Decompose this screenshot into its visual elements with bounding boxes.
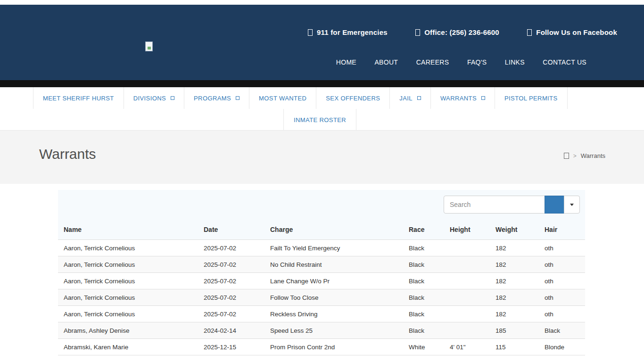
table-cell: Aaron, Terrick Cornelious	[58, 256, 198, 273]
table-cell: 2025-07-02	[198, 273, 264, 289]
table-cell: Blonde	[539, 339, 585, 355]
topbar-item-facebook[interactable]: Follow Us on Facebook	[527, 28, 617, 36]
topbar-emergency-label: 911 for Emergencies	[317, 28, 388, 36]
table-cell: 2025-07-02	[198, 306, 264, 322]
table-cell: Abramski, Karen Marie	[58, 339, 198, 355]
breadcrumb-home-icon[interactable]	[564, 153, 569, 159]
snav-item-programs[interactable]: PROGRAMS	[184, 87, 249, 109]
table-cell: Black	[403, 256, 444, 273]
table-cell: 182	[490, 256, 539, 273]
breadcrumb: > Warrants	[564, 152, 605, 159]
warrants-table: Name Date Charge Race Height Weight Hair…	[58, 220, 585, 355]
table-cell: oth	[539, 289, 585, 306]
table-cell: Aaron, Terrick Cornelious	[58, 289, 198, 306]
col-header-name: Name	[58, 220, 198, 240]
table-cell: Black	[403, 273, 444, 289]
table-row: Abrams, Ashley Denise2024-02-14Speed Les…	[58, 322, 585, 339]
site-logo-broken-image-icon	[145, 41, 153, 51]
snav-item-meet-sheriff-hurst[interactable]: MEET SHERIFF HURST	[33, 87, 124, 109]
snav-label: MEET SHERIFF HURST	[43, 95, 114, 102]
table-cell: Speed Less 25	[264, 322, 403, 339]
dropdown-indicator-icon	[481, 96, 485, 100]
table-cell: 2025-12-15	[198, 339, 264, 355]
table-cell: 182	[490, 306, 539, 322]
facebook-icon	[527, 29, 532, 36]
nav-home[interactable]: HOME	[336, 58, 356, 66]
nav-careers[interactable]: CAREERS	[416, 58, 449, 66]
warrants-table-body: Aaron, Terrick Cornelious2025-07-02Failt…	[58, 240, 585, 355]
search-group	[444, 196, 580, 214]
table-cell	[444, 322, 490, 339]
header-right: 911 for Emergencies Office: (256) 236-66…	[282, 5, 644, 66]
table-cell: Aaron, Terrick Cornelious	[58, 306, 198, 322]
table-cell	[444, 273, 490, 289]
page-heading-section: Warrants > Warrants	[0, 131, 644, 184]
secondary-nav-row2: INMATE ROSTER	[0, 109, 644, 131]
top-white-strip	[0, 0, 644, 5]
snav-item-most-wanted[interactable]: MOST WANTED	[249, 87, 316, 109]
snav-label: SEX OFFENDERS	[326, 95, 380, 102]
table-cell: Aaron, Terrick Cornelious	[58, 240, 198, 256]
nav-about[interactable]: ABOUT	[374, 58, 398, 66]
table-cell: 2025-07-02	[198, 289, 264, 306]
table-row: Abramski, Karen Marie2025-12-15Prom Pris…	[58, 339, 585, 355]
nav-contact-us[interactable]: CONTACT US	[543, 58, 586, 66]
table-cell	[444, 256, 490, 273]
table-cell: Black	[403, 322, 444, 339]
table-cell	[444, 306, 490, 322]
table-cell: 185	[490, 322, 539, 339]
snav-item-inmate-roster[interactable]: INMATE ROSTER	[283, 109, 356, 131]
table-cell: 2025-07-02	[198, 240, 264, 256]
header-topbar: 911 for Emergencies Office: (256) 236-66…	[282, 28, 644, 38]
snav-item-sex-offenders[interactable]: SEX OFFENDERS	[316, 87, 389, 109]
search-input[interactable]	[444, 196, 545, 214]
logo-placeholder-mark	[148, 47, 151, 49]
table-cell: Failt To Yield Emergency	[264, 240, 403, 256]
table-cell: 2025-07-02	[198, 256, 264, 273]
snav-item-jail[interactable]: JAIL	[389, 87, 430, 109]
snav-label: PROGRAMS	[194, 95, 231, 102]
warrants-panel: Name Date Charge Race Height Weight Hair…	[58, 190, 585, 355]
secondary-nav: MEET SHERIFF HURST DIVISIONS PROGRAMS MO…	[0, 87, 644, 131]
col-header-race: Race	[403, 220, 444, 240]
site-header: 911 for Emergencies Office: (256) 236-66…	[0, 5, 644, 80]
dropdown-indicator-icon	[417, 96, 421, 100]
search-options-dropdown-button[interactable]	[564, 196, 580, 214]
col-header-weight: Weight	[490, 220, 539, 240]
search-button[interactable]	[545, 196, 564, 214]
snav-item-warrants[interactable]: WARRANTS	[430, 87, 495, 109]
main-nav: HOME ABOUT CAREERS FAQ'S LINKS CONTACT U…	[282, 58, 644, 66]
table-cell: 182	[490, 273, 539, 289]
table-cell: No Child Restraint	[264, 256, 403, 273]
col-header-charge: Charge	[264, 220, 403, 240]
table-cell: Reckless Driving	[264, 306, 403, 322]
page-title: Warrants	[39, 146, 96, 162]
nav-faqs[interactable]: FAQ'S	[467, 58, 487, 66]
snav-label: DIVISIONS	[133, 95, 166, 102]
table-cell: Black	[403, 306, 444, 322]
snav-item-pistol-permits[interactable]: PISTOL PERMITS	[495, 87, 568, 109]
nav-links[interactable]: LINKS	[505, 58, 525, 66]
topbar-item-emergency: 911 for Emergencies	[308, 28, 388, 36]
table-cell: 115	[490, 339, 539, 355]
table-cell: Abrams, Ashley Denise	[58, 322, 198, 339]
col-header-date: Date	[198, 220, 264, 240]
table-cell: Black	[403, 289, 444, 306]
table-cell: oth	[539, 273, 585, 289]
table-row: Aaron, Terrick Cornelious2025-07-02Lane …	[58, 273, 585, 289]
table-cell: oth	[539, 256, 585, 273]
table-row: Aaron, Terrick Cornelious2025-07-02Reckl…	[58, 306, 585, 322]
breadcrumb-separator: >	[573, 153, 577, 159]
col-header-hair: Hair	[539, 220, 585, 240]
table-cell: Black	[539, 322, 585, 339]
table-cell: oth	[539, 306, 585, 322]
snav-label: WARRANTS	[440, 95, 477, 102]
header-bottom-black-bar	[0, 80, 644, 87]
secondary-nav-row1: MEET SHERIFF HURST DIVISIONS PROGRAMS MO…	[33, 87, 644, 109]
table-toolbar	[58, 190, 585, 220]
main-content: Name Date Charge Race Height Weight Hair…	[0, 184, 644, 355]
table-cell	[444, 289, 490, 306]
snav-item-divisions[interactable]: DIVISIONS	[124, 87, 184, 109]
col-header-height: Height	[444, 220, 490, 240]
table-cell: 4' 01"	[444, 339, 490, 355]
